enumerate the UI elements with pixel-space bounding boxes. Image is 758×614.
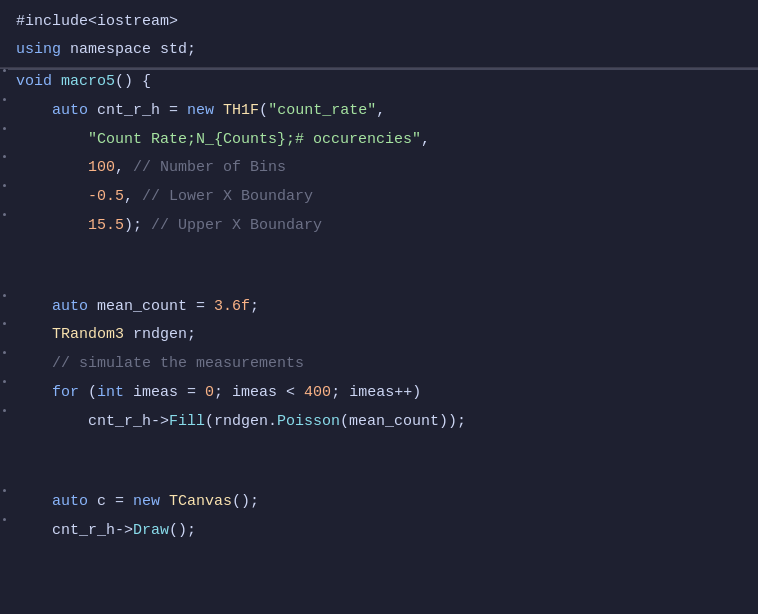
gutter [0,518,8,521]
include-line: #include<iostream> [0,8,758,36]
gutter-dot [3,380,6,383]
code-content: cnt_r_h->Draw(); [8,518,758,545]
code-line: "Count Rate;N_{Counts};# occurencies", [0,126,758,155]
gutter-dot [3,409,6,412]
code-line: 100, // Number of Bins [0,154,758,183]
code-line: TRandom3 rndgen; [0,321,758,350]
empty-line [0,436,758,462]
gutter-dot [3,69,6,72]
gutter [0,127,8,130]
code-content: TRandom3 rndgen; [8,322,758,349]
code-line: void macro5() { [0,68,758,97]
gutter-dot [3,489,6,492]
gutter-dot [3,184,6,187]
code-line: cnt_r_h->Fill(rndgen.Poisson(mean_count)… [0,408,758,437]
code-line: auto cnt_r_h = new TH1F("count_rate", [0,97,758,126]
gutter-dot [3,518,6,521]
empty-line [0,462,758,488]
gutter-dot [3,98,6,101]
gutter [0,322,8,325]
gutter [0,213,8,216]
code-content [8,437,758,464]
gutter [0,98,8,101]
code-line: // simulate the measurements [0,350,758,379]
gutter-dot [3,213,6,216]
gutter-dot [3,351,6,354]
code-content: auto cnt_r_h = new TH1F("count_rate", [8,98,758,125]
editor: #include<iostream> using namespace std; … [0,0,758,614]
empty-line [0,241,758,267]
code-line: auto c = new TCanvas(); [0,488,758,517]
top-bar: #include<iostream> using namespace std; [0,0,758,68]
gutter-dot [3,127,6,130]
gutter-dot [3,294,6,297]
empty-line [0,267,758,293]
gutter [0,155,8,158]
gutter [0,294,8,297]
code-content: 100, // Number of Bins [8,155,758,182]
gutter [0,489,8,492]
code-content [8,463,758,490]
gutter-dot [3,155,6,158]
code-content: void macro5() { [8,69,758,96]
gutter [0,69,8,72]
code-content: // simulate the measurements [8,351,758,378]
namespace-line: using namespace std; [0,36,758,64]
code-line: -0.5, // Lower X Boundary [0,183,758,212]
code-line: cnt_r_h->Draw(); [0,517,758,546]
code-content [8,242,758,269]
code-content: "Count Rate;N_{Counts};# occurencies", [8,127,758,154]
gutter [0,409,8,412]
gutter-dot [3,322,6,325]
code-content [8,268,758,295]
gutter [0,380,8,383]
code-content: -0.5, // Lower X Boundary [8,184,758,211]
code-content: 15.5); // Upper X Boundary [8,213,758,240]
gutter [0,351,8,354]
gutter [0,184,8,187]
code-line: 15.5); // Upper X Boundary [0,212,758,241]
code-line: auto mean_count = 3.6f; [0,293,758,322]
code-content: for (int imeas = 0; imeas < 400; imeas++… [8,380,758,407]
code-content: auto mean_count = 3.6f; [8,294,758,321]
code-content: auto c = new TCanvas(); [8,489,758,516]
code-line: for (int imeas = 0; imeas < 400; imeas++… [0,379,758,408]
code-content: cnt_r_h->Fill(rndgen.Poisson(mean_count)… [8,409,758,436]
code-area: void macro5() { auto cnt_r_h = new TH1F(… [0,68,758,546]
